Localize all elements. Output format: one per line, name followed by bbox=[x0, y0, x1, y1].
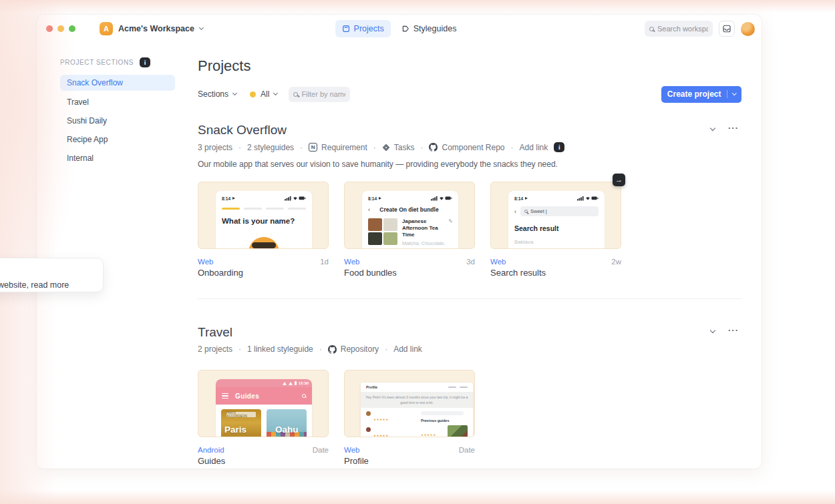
project-search-results: 8:14 ‹ Sweet | bbox=[490, 182, 621, 278]
android-statusbar: 12:30 bbox=[216, 379, 312, 387]
page-title: Projects bbox=[198, 57, 251, 75]
workspace-search[interactable] bbox=[645, 21, 713, 37]
project-name[interactable]: Profile bbox=[344, 456, 475, 466]
status-indicators-icon bbox=[431, 196, 452, 201]
separator-dot: · bbox=[385, 344, 387, 354]
phone-preview: 8:14 ‹ Create On diet bundle bbox=[362, 191, 458, 249]
chevron-down-icon bbox=[273, 91, 278, 95]
section-controls: ··· bbox=[711, 126, 739, 130]
web-preview: Profile Hey Pelin! It's been almost 3 mo… bbox=[361, 383, 473, 437]
minimize-window-button[interactable] bbox=[57, 25, 64, 32]
avatar bbox=[366, 411, 371, 416]
sidebar-item-travel[interactable]: Travel bbox=[60, 95, 175, 109]
github-icon bbox=[328, 345, 337, 354]
search-query: Sweet bbox=[530, 208, 544, 214]
requirement-link[interactable]: N Requirement bbox=[309, 143, 367, 152]
create-project-button[interactable]: Create project bbox=[661, 86, 741, 103]
reviews-column: ★★★★★ ★★★★★ bbox=[366, 411, 414, 437]
more-icon[interactable]: ··· bbox=[728, 126, 739, 130]
project-name[interactable]: Search results bbox=[490, 268, 621, 278]
project-guides: 12:30 Guides PARIS ACCORDEON bbox=[198, 370, 329, 466]
edit-pencil-icon: ✎ bbox=[448, 218, 453, 224]
tab-styleguides[interactable]: Styleguides bbox=[395, 20, 464, 37]
sidebar-item-internal[interactable]: Internal bbox=[60, 151, 175, 166]
create-project-label: Create project bbox=[667, 89, 721, 99]
project-card[interactable]: 12:30 Guides PARIS ACCORDEON bbox=[198, 370, 329, 437]
previous-guides-heading: Previous guides bbox=[421, 419, 468, 423]
window-controls bbox=[46, 25, 75, 32]
separator-dot: · bbox=[319, 344, 322, 354]
inbox-button[interactable] bbox=[719, 21, 735, 37]
repository-label: Repository bbox=[341, 344, 379, 354]
project-card[interactable]: 8:14 ‹ Sweet | bbox=[490, 182, 621, 249]
phone-preview: 8:14 What is your name? bbox=[216, 191, 312, 249]
project-card[interactable]: Profile Hey Pelin! It's been almost 3 mo… bbox=[344, 370, 475, 437]
separator-dot: · bbox=[373, 143, 376, 152]
notion-icon: N bbox=[309, 143, 317, 152]
info-badge[interactable]: i bbox=[140, 57, 150, 67]
separator-dot: · bbox=[511, 143, 514, 152]
photo-caption: Paris bbox=[224, 425, 246, 435]
zoom-window-button[interactable] bbox=[69, 25, 75, 32]
project-sections-list: Snack Overflow Travel Sushi Daily Recipe… bbox=[60, 75, 175, 170]
paris-sign: PARIS ACCORDEON bbox=[226, 412, 256, 417]
component-repo-link[interactable]: Component Repo bbox=[429, 143, 504, 152]
project-card[interactable]: 8:14 ‹ Create On diet bundle bbox=[344, 182, 475, 249]
project-cards-row: → 8:14 Wh bbox=[198, 182, 741, 278]
guide-card: ★★★★★ bbox=[421, 425, 468, 437]
separator-dot: · bbox=[420, 143, 423, 152]
bundle-info: Japanese Afternoon Tea Time ✎ Matcha, Ch… bbox=[402, 218, 453, 249]
age-label: 3d bbox=[466, 258, 475, 266]
project-name[interactable]: Onboarding bbox=[198, 268, 329, 278]
project-name[interactable]: Guides bbox=[198, 456, 329, 466]
search-result-item: Baklava bbox=[514, 239, 599, 245]
collapse-section-icon[interactable] bbox=[710, 125, 715, 131]
info-badge[interactable]: i bbox=[554, 142, 564, 152]
all-dropdown-label: All bbox=[261, 89, 269, 99]
repository-link[interactable]: Repository bbox=[328, 344, 379, 354]
github-icon bbox=[429, 143, 438, 152]
scroll-next-button[interactable]: → bbox=[613, 174, 625, 186]
app-window: A Acme's Workspace Projects Styleguides bbox=[37, 15, 762, 469]
photo-caption: Oahu bbox=[275, 425, 299, 435]
project-name[interactable]: Food bundles bbox=[344, 268, 475, 278]
search-icon bbox=[302, 394, 306, 398]
platform-label: Android bbox=[198, 446, 224, 454]
onboarding-question: What is your name? bbox=[222, 217, 306, 225]
workspace-switcher[interactable]: A Acme's Workspace bbox=[100, 22, 203, 35]
add-link[interactable]: Add link bbox=[520, 143, 548, 152]
filter-input[interactable] bbox=[301, 90, 345, 98]
tab-projects[interactable]: Projects bbox=[335, 20, 391, 37]
sidebar-item-recipe-app[interactable]: Recipe App bbox=[60, 132, 175, 147]
tasks-link[interactable]: Tasks bbox=[382, 143, 415, 152]
requirement-label: Requirement bbox=[321, 143, 367, 152]
chevron-down-icon bbox=[732, 91, 736, 95]
search-input[interactable] bbox=[657, 25, 708, 33]
collapse-section-icon[interactable] bbox=[710, 328, 715, 333]
sections-dropdown[interactable]: Sections bbox=[198, 89, 236, 99]
all-dropdown[interactable]: All bbox=[261, 89, 277, 99]
section-snack-overflow: Snack Overflow ··· 3 projects · 2 styleg… bbox=[198, 123, 741, 278]
phone-statusbar: 8:14 bbox=[368, 196, 452, 201]
photo-oahu: Oahu bbox=[267, 409, 307, 437]
sidebar-item-snack-overflow[interactable]: Snack Overflow bbox=[60, 75, 175, 91]
project-card[interactable]: 8:14 What is your name? bbox=[198, 182, 329, 249]
page: A Acme's Workspace Projects Styleguides bbox=[0, 0, 835, 504]
phone-statusbar: 8:14 bbox=[514, 196, 599, 201]
project-cards-row: 12:30 Guides PARIS ACCORDEON bbox=[198, 370, 741, 466]
platform-label: Web bbox=[344, 258, 359, 266]
add-link[interactable]: Add link bbox=[393, 344, 422, 354]
card-meta-row: Web 1d bbox=[198, 258, 329, 266]
user-avatar[interactable] bbox=[741, 22, 755, 36]
guides-column: Previous guides ★★★★★ bbox=[421, 411, 468, 437]
close-window-button[interactable] bbox=[46, 25, 53, 32]
inbox-icon bbox=[722, 24, 731, 33]
project-onboarding: 8:14 What is your name? bbox=[198, 182, 329, 278]
phone-statusbar: 8:14 bbox=[222, 196, 306, 201]
review-item: ★★★★★ bbox=[366, 411, 414, 423]
star-rating: ★★★★★ bbox=[373, 418, 389, 421]
filter-by-name[interactable] bbox=[289, 87, 350, 102]
more-icon[interactable]: ··· bbox=[728, 328, 739, 332]
sidebar-item-sushi-daily[interactable]: Sushi Daily bbox=[60, 113, 175, 128]
location-icon bbox=[232, 197, 235, 200]
